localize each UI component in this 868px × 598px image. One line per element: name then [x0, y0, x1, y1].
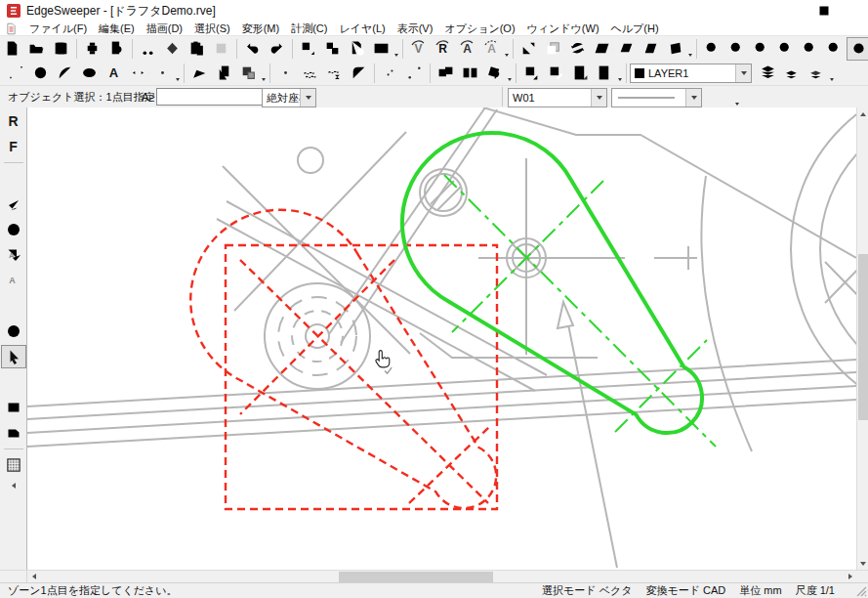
snap-f-button[interactable]: F — [1, 135, 26, 158]
select-tool-button[interactable] — [1, 345, 26, 368]
filter-hatch-button[interactable] — [1, 294, 26, 318]
array-edit-button[interactable] — [544, 62, 568, 85]
filter-block-button[interactable] — [1, 320, 26, 343]
distort-tilt-button[interactable] — [663, 37, 687, 61]
save-file-button[interactable] — [49, 37, 73, 61]
select-polygon-button[interactable] — [1, 421, 26, 445]
undo-button[interactable] — [240, 37, 265, 61]
scroll-right-button[interactable] — [844, 571, 856, 582]
array-copy-button[interactable] — [519, 62, 544, 85]
draw-circle-button[interactable] — [28, 62, 53, 85]
draw-slope-button[interactable] — [187, 62, 212, 85]
measure-area-button[interactable] — [568, 62, 593, 85]
flyout-arrow-icon[interactable] — [829, 63, 835, 84]
menu-edit[interactable]: 編集(E) — [93, 21, 141, 36]
redo-button[interactable] — [265, 37, 289, 61]
maximize-button[interactable] — [809, 0, 839, 21]
filter-check-circle-button[interactable] — [1, 218, 26, 241]
edit-nodes-button[interactable] — [273, 62, 298, 85]
close-button[interactable] — [839, 0, 868, 21]
draw-arc-button[interactable] — [53, 62, 77, 85]
zoom-pan-button[interactable] — [700, 37, 724, 61]
horizontal-scroll-thumb[interactable] — [339, 572, 493, 582]
scroll-up-button[interactable] — [857, 107, 868, 120]
flyout-arrow-icon[interactable] — [504, 38, 510, 60]
paste-button[interactable] — [185, 37, 209, 61]
scroll-down-button[interactable] — [857, 557, 868, 570]
select-line-button[interactable] — [1, 370, 26, 394]
draw-point-button[interactable] — [150, 62, 175, 85]
layer-raise-button[interactable] — [780, 62, 805, 85]
menu-options[interactable]: オプション(O) — [438, 21, 520, 36]
distort-dashed-button[interactable] — [590, 37, 614, 61]
menu-select[interactable]: 選択(S) — [188, 21, 236, 36]
draw-line-button[interactable] — [4, 62, 28, 85]
flyout-arrow-icon[interactable] — [687, 38, 693, 60]
pan-center-button[interactable] — [847, 37, 868, 61]
distort-open-button[interactable] — [639, 37, 663, 61]
transform-group-button[interactable] — [320, 37, 345, 61]
chevron-down-icon[interactable] — [735, 64, 751, 82]
delete-button[interactable] — [160, 37, 185, 61]
coordinate-mode-select[interactable]: 絶対座標 — [262, 88, 316, 107]
layer-front-button[interactable] — [805, 62, 829, 85]
filter-x-button[interactable] — [1, 167, 26, 191]
menu-help[interactable]: ヘルプ(H) — [605, 21, 665, 36]
insert-image-button[interactable] — [236, 62, 261, 85]
minimize-button[interactable] — [780, 0, 809, 21]
flyout-arrow-icon[interactable] — [261, 63, 267, 84]
chevron-down-icon[interactable] — [591, 89, 606, 107]
draw-text-button[interactable]: A — [102, 62, 126, 85]
open-file-button[interactable] — [24, 37, 49, 61]
flyout-arrow-icon[interactable] — [507, 63, 513, 84]
rotate-text-button[interactable]: A — [455, 37, 479, 61]
document-icon[interactable] — [5, 22, 18, 35]
measure-area-unit-button[interactable] — [593, 62, 617, 85]
menu-measure[interactable]: 計測(C) — [285, 21, 333, 36]
pen-width-select[interactable]: W01 — [508, 88, 607, 107]
draw-roundrect-button[interactable] — [347, 62, 371, 85]
zoom-previous-button[interactable] — [822, 37, 847, 61]
flyout-arrow-icon[interactable] — [734, 87, 740, 108]
rotate-shape-button[interactable] — [565, 37, 590, 61]
object-properties-button[interactable] — [369, 37, 393, 61]
distort-base-button[interactable] — [614, 37, 639, 61]
rotate-text-copy-button[interactable]: A — [479, 37, 504, 61]
cut-button[interactable] — [136, 37, 160, 61]
edit-segment-button[interactable] — [378, 62, 402, 85]
flyout-arrow-icon[interactable] — [617, 63, 623, 84]
resize-grip-icon[interactable] — [855, 585, 867, 597]
print-button[interactable] — [80, 37, 104, 61]
export-region-button[interactable] — [517, 37, 541, 61]
duplicate-doc-button[interactable] — [212, 62, 236, 85]
transform-handles-button[interactable] — [296, 37, 320, 61]
insert-document-button[interactable] — [345, 37, 369, 61]
fill-pattern-button[interactable] — [1, 453, 26, 477]
rotate-object-button[interactable] — [482, 62, 507, 85]
layer-stack-button[interactable] — [756, 62, 780, 85]
vertical-scroll-thumb[interactable] — [858, 254, 868, 420]
menu-transform[interactable]: 変形(M) — [236, 21, 286, 36]
horizontal-scrollbar[interactable] — [0, 570, 868, 582]
rotate-v-button[interactable]: V — [406, 37, 431, 61]
draw-polyline-button[interactable] — [298, 62, 322, 85]
copy-region-button[interactable] — [209, 37, 233, 61]
duplicate-object-button[interactable] — [541, 37, 565, 61]
menu-window[interactable]: ウィンドウ(W) — [521, 21, 605, 36]
drawing-canvas[interactable] — [27, 107, 856, 570]
line-weight-button[interactable] — [706, 87, 735, 108]
print-preview-button[interactable] — [104, 37, 129, 61]
zoom-out-button[interactable] — [749, 37, 773, 61]
new-file-button[interactable] — [0, 37, 24, 61]
filter-text-cross-button[interactable] — [1, 269, 26, 292]
flyout-arrow-icon[interactable] — [393, 38, 399, 60]
vertical-scrollbar[interactable] — [856, 107, 868, 570]
palette-collapse-button[interactable] — [1, 479, 26, 492]
move-object-button[interactable] — [434, 62, 458, 85]
draw-ellipse-button[interactable] — [77, 62, 102, 85]
zoom-in-button[interactable] — [724, 37, 749, 61]
filter-check-button[interactable] — [1, 192, 26, 216]
filter-text-check-button[interactable] — [1, 243, 26, 267]
chevron-down-icon[interactable] — [300, 89, 315, 107]
zoom-selection-button[interactable] — [798, 37, 822, 61]
